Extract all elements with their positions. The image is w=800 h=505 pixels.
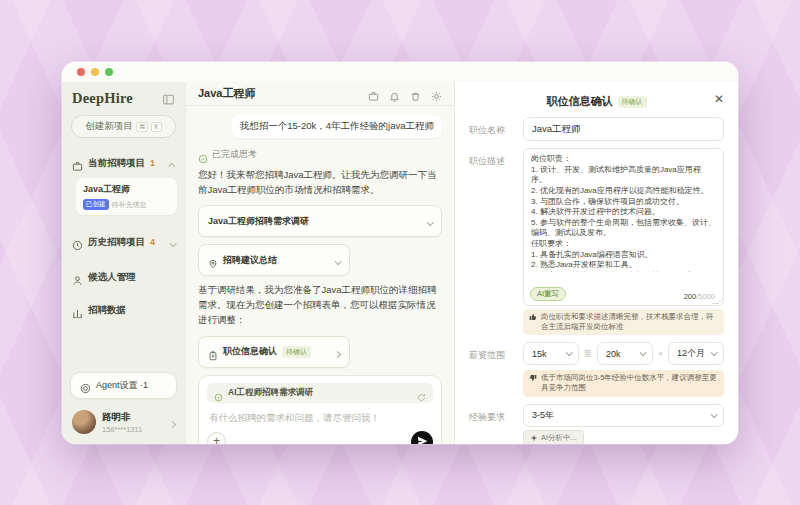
chevron-down-icon [427,212,432,230]
sparkle-icon [530,434,538,442]
salary-times-separator: × [658,349,663,358]
sidebar-collapse-icon[interactable] [162,92,175,105]
job-title-input[interactable] [523,117,724,141]
agent-settings-button[interactable]: Agent设置 ·1 [70,372,177,399]
bell-icon[interactable] [389,88,400,99]
window-titlebar [62,62,738,82]
briefcase-icon [72,158,83,169]
salary-label: 薪资范围 [469,342,515,365]
user-profile-row[interactable]: 路明非 158****1311 [62,405,185,436]
current-projects-label: 当前招聘项目 [88,157,145,170]
project-status-badge: 已创建 [83,199,109,210]
history-projects-label: 历史招聘项目 [88,236,145,249]
sidebar-item-java-project[interactable]: Java工程师 已创建 待补充信息 [76,178,177,215]
target-icon [80,380,91,391]
panel-title: 职位信息确认 [547,94,613,109]
summary-card-label: 招聘建议总结 [223,254,277,267]
char-counter: 200/5000 [684,292,715,301]
close-window-button[interactable] [77,68,85,76]
research-card[interactable]: Java工程师招聘需求调研 [198,205,442,237]
user-message-bubble: 我想招一个15-20k，4年工作经验的java工程师 [232,115,442,138]
job-desc-label: 职位描述 [469,148,515,306]
context-chip-label: AI工程师招聘需求调研 [228,387,313,399]
recruit-data-label: 招聘数据 [88,304,126,317]
project-note: 待补充信息 [112,200,147,210]
thinking-done-label[interactable]: 已完成思考 [212,148,257,161]
app-window: DeepHire 创建新项目 ⌘ K 当前招聘项目 1 Java工程师 [62,62,738,444]
agent-settings-label: Agent设置 ·1 [96,379,148,392]
salary-months-select[interactable]: 12个月 [668,342,724,365]
chat-title: Java工程师 [198,86,255,101]
pending-badge: 待确认 [282,346,311,358]
create-project-label: 创建新项目 [85,120,133,133]
salary-ai-note-text: 低于市场同岗位3-5年经验中位数水平，建议调整至更具竞争力范围 [541,373,718,393]
send-button[interactable] [411,431,433,444]
chat-header: Java工程师 [186,82,454,106]
chevron-down-icon[interactable] [170,233,175,251]
job-desc-textarea[interactable]: 岗位职责： 1. 设计、开发、测试和维护高质量的Java应用程序。 2. 优化现… [523,148,724,306]
thumbs-down-icon [529,374,537,382]
k-key-hint: K [151,122,161,132]
create-project-button[interactable]: 创建新项目 ⌘ K [71,115,176,138]
attach-plus-button[interactable]: + [207,432,226,444]
clipboard-icon [208,347,218,357]
app-logo: DeepHire [72,90,133,107]
trash-icon[interactable] [410,88,421,99]
avatar [72,410,96,434]
job-confirm-card-label: 职位信息确认 [223,345,277,358]
cmd-key-hint: ⌘ [136,122,149,132]
settings-gear-icon[interactable] [431,88,442,99]
chevron-down-icon [335,251,340,269]
chat-column: Java工程师 我想招一个15-20k [185,82,455,444]
job-title-label: 职位名称 [469,117,515,141]
desc-ai-note-text: 岗位职责和要求描述清晰完整，技术栈要求合理，符合主流后端开发岗位标准 [541,312,718,332]
salary-ai-note: 低于市场同岗位3-5年经验中位数水平，建议调整至更具竞争力范围 [523,370,724,396]
research-card-label: Java工程师招聘需求调研 [208,215,309,228]
candidates-label: 候选人管理 [88,271,136,284]
history-projects-count: 4 [150,237,155,247]
sidebar-item-candidates[interactable]: 候选人管理 [62,265,185,290]
salary-min-select[interactable]: 15k [523,342,579,365]
sidebar-item-history-projects[interactable]: 历史招聘项目 4 [62,227,185,257]
person-icon [72,272,83,283]
minimize-window-button[interactable] [91,68,99,76]
check-circle-icon [198,150,208,160]
pending-badge: 待确认 [618,96,647,108]
ai-analyzing-text: AI分析中... [541,433,577,443]
job-confirm-panel: 职位信息确认 待确认 ✕ 职位名称 职位描述 岗位职责： 1. 设计、开发、测试… [455,82,738,444]
refresh-icon[interactable] [417,388,426,397]
user-phone: 158****1311 [102,425,142,434]
assistant-message-intro: 您好！我来帮您招聘Java工程师。让我先为您调研一下当前Java工程师职位的市场… [198,168,442,197]
job-desc-text: 岗位职责： 1. 设计、开发、测试和维护高质量的Java应用程序。 2. 优化现… [531,154,716,272]
experience-label: 经验要求 [469,404,515,427]
sidebar: DeepHire 创建新项目 ⌘ K 当前招聘项目 1 Java工程师 [62,82,185,444]
sidebar-item-recruit-data[interactable]: 招聘数据 [62,298,185,323]
salary-separator: 至 [584,348,592,359]
salary-max-select[interactable]: 20k [597,342,653,365]
clock-icon [72,237,83,248]
archive-icon[interactable] [368,88,379,99]
sidebar-item-current-projects[interactable]: 当前招聘项目 1 [62,148,185,178]
context-chip[interactable]: AI工程师招聘需求调研 [207,383,433,403]
desc-ai-note: 岗位职责和要求描述清晰完整，技术栈要求合理，符合主流后端开发岗位标准 [523,309,724,335]
user-name: 路明非 [102,411,142,424]
check-circle-icon [214,388,223,397]
ai-rewrite-button[interactable]: AI重写 [530,287,566,301]
ai-analyzing-pill: AI分析中... [523,430,584,445]
bar-chart-icon [72,305,83,316]
thumbs-up-icon [529,313,537,321]
summary-card[interactable]: 招聘建议总结 [198,244,350,276]
project-name: Java工程师 [83,183,170,196]
chevron-right-icon [170,413,175,431]
paper-plane-icon [417,436,428,444]
zoom-window-button[interactable] [105,68,113,76]
close-icon[interactable]: ✕ [714,93,724,105]
chevron-up-icon[interactable] [170,154,175,172]
chat-input[interactable] [209,412,435,423]
job-confirm-card[interactable]: 职位信息确认 待确认 [198,336,350,368]
chevron-right-icon [335,343,340,361]
chat-input-card: AI工程师招聘需求调研 + [198,375,442,444]
experience-select[interactable]: 3-5年 [523,404,724,427]
chat-messages: 我想招一个15-20k，4年工作经验的java工程师 已完成思考 您好！我来帮您… [186,106,454,444]
map-pin-icon [208,255,218,265]
